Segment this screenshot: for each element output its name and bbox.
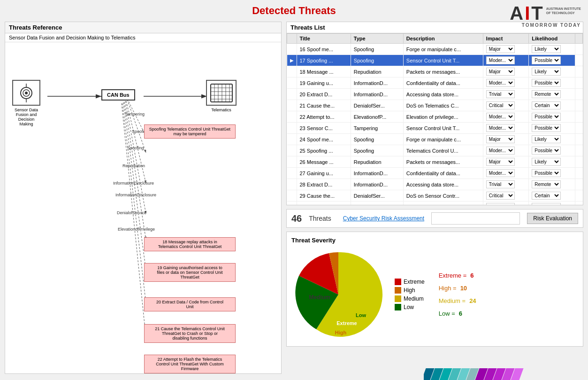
likelihood-select[interactable]: Likely Remote Unlikely Possible Likely C… bbox=[532, 45, 561, 53]
row-impact[interactable]: Moder... Trivial Minor Moder... Major Cr… bbox=[483, 168, 528, 179]
row-likelihood[interactable]: Possible Remote Unlikely Possible Likely… bbox=[529, 123, 575, 134]
sensor-node: Sensor DataFusion andDecisionMaking bbox=[12, 80, 40, 126]
repudiation-label: Repudiation bbox=[122, 163, 145, 168]
row-likelihood[interactable]: Possible Remote Unlikely Possible Likely… bbox=[529, 202, 575, 205]
impact-select[interactable]: Major Trivial Minor Moder... Major Criti… bbox=[486, 135, 515, 143]
table-row[interactable]: 19 Gaining u... InformationD... Confiden… bbox=[287, 78, 583, 89]
stat-medium-label: Medium = bbox=[439, 297, 466, 304]
row-description: Elevation of privilege... bbox=[403, 111, 483, 123]
impact-select[interactable]: Moder... Trivial Minor Moder... Major Cr… bbox=[486, 169, 515, 177]
table-row[interactable]: 30 Attempt to... ElevationofP... Elevati… bbox=[287, 202, 583, 205]
impact-select[interactable]: Trivial Trivial Minor Moder... Major Cri… bbox=[486, 180, 515, 188]
row-likelihood[interactable]: Remote Remote Unlikely Possible Likely C… bbox=[529, 89, 575, 100]
likelihood-select[interactable]: Possible Remote Unlikely Possible Likely… bbox=[532, 113, 561, 121]
row-impact[interactable]: Moder... Trivial Minor Moder... Major Cr… bbox=[483, 111, 528, 123]
row-likelihood[interactable]: Remote Remote Unlikely Possible Likely C… bbox=[529, 179, 575, 190]
row-likelihood[interactable]: Certain Remote Unlikely Possible Likely … bbox=[529, 190, 575, 202]
impact-select[interactable]: Moder... Trivial Minor Moder... Major Cr… bbox=[486, 113, 515, 121]
impact-select[interactable]: Moder... Trivial Minor Moder... Major Cr… bbox=[486, 203, 515, 205]
row-title: 21 Cause the... bbox=[297, 100, 351, 111]
table-row[interactable]: 27 Gaining u... InformationD... Confiden… bbox=[287, 168, 583, 179]
row-likelihood[interactable]: Likely Remote Unlikely Possible Likely C… bbox=[529, 44, 575, 55]
row-impact[interactable]: Critical Trivial Minor Moder... Major Cr… bbox=[483, 190, 528, 202]
table-row[interactable]: 29 Cause the... DenialofSer... DoS on Se… bbox=[287, 190, 583, 202]
impact-select[interactable]: Moder... Trivial Minor Moder... Major Cr… bbox=[486, 147, 515, 155]
likelihood-select[interactable]: Likely Remote Unlikely Possible Likely C… bbox=[532, 68, 561, 76]
table-row[interactable]: 26 Message ... Repudiation Packets or me… bbox=[287, 156, 583, 168]
row-impact[interactable]: Moder... Trivial Minor Moder... Major Cr… bbox=[483, 123, 528, 134]
row-impact[interactable]: Critical Trivial Minor Moder... Major Cr… bbox=[483, 100, 528, 111]
table-row[interactable]: 20 Extract D... InformationD... Accessin… bbox=[287, 89, 583, 100]
impact-select[interactable]: Critical Trivial Minor Moder... Major Cr… bbox=[486, 101, 515, 109]
svg-line-16 bbox=[122, 103, 146, 337]
likelihood-select[interactable]: Possible Remote Unlikely Possible Likely… bbox=[532, 147, 561, 155]
svg-point-2 bbox=[25, 92, 28, 94]
legend-medium-dot bbox=[395, 295, 401, 302]
likelihood-select[interactable]: Certain Remote Unlikely Possible Likely … bbox=[532, 192, 561, 200]
table-row[interactable]: 16 Spoof me... Spoofing Forge or manipul… bbox=[287, 44, 583, 55]
likelihood-select[interactable]: Certain Remote Unlikely Possible Likely … bbox=[532, 101, 561, 109]
row-impact[interactable]: Major Trivial Minor Moder... Major Criti… bbox=[483, 66, 528, 78]
likelihood-select[interactable]: Possible Remote Unlikely Possible Likely… bbox=[532, 124, 561, 132]
likelihood-select[interactable]: Remote Remote Unlikely Possible Likely C… bbox=[532, 90, 561, 98]
row-type: ElevationofP... bbox=[351, 202, 403, 205]
row-indicator bbox=[287, 66, 297, 78]
row-likelihood[interactable]: Possible Remote Unlikely Possible Likely… bbox=[529, 111, 575, 123]
stat-medium-row: Medium = 24 bbox=[439, 297, 476, 304]
row-impact[interactable]: Major Trivial Minor Moder... Major Criti… bbox=[483, 44, 528, 55]
diagram-area: Sensor DataFusion andDecisionMaking bbox=[5, 42, 281, 373]
row-likelihood[interactable]: Possible Remote Unlikely Possible Likely… bbox=[529, 145, 575, 156]
row-impact[interactable]: Major Trivial Minor Moder... Major Criti… bbox=[483, 134, 528, 145]
threats-table-wrapper[interactable]: Title Type Description Impact Likelihood… bbox=[287, 33, 583, 205]
table-row[interactable]: 24 Spoof me... Spoofing Forge or manipul… bbox=[287, 134, 583, 145]
row-impact[interactable]: Moder... Trivial Minor Moder... Major Cr… bbox=[483, 145, 528, 156]
risk-evaluation-button[interactable]: Risk Evaluation bbox=[527, 213, 578, 224]
table-row[interactable]: 18 Message ... Repudiation Packets or me… bbox=[287, 66, 583, 78]
impact-select[interactable]: Major Trivial Minor Moder... Major Criti… bbox=[486, 158, 515, 166]
table-row[interactable]: 22 Attempt to... ElevationofP... Elevati… bbox=[287, 111, 583, 123]
cyber-link[interactable]: Cyber Security Risk Assessment bbox=[343, 215, 424, 222]
likelihood-select[interactable]: Likely Remote Unlikely Possible Likely C… bbox=[532, 135, 561, 143]
impact-select[interactable]: Moder... Trivial Minor Moder... Major Cr… bbox=[486, 56, 515, 64]
impact-select[interactable]: Major Trivial Minor Moder... Major Criti… bbox=[486, 68, 515, 76]
table-row[interactable]: 21 Cause the... DenialofSer... DoS on Te… bbox=[287, 100, 583, 111]
row-description: Confidentiality of data... bbox=[403, 168, 483, 179]
impact-select[interactable]: Trivial Trivial Minor Moder... Major Cri… bbox=[486, 90, 515, 98]
row-likelihood[interactable]: Likely Remote Unlikely Possible Likely C… bbox=[529, 156, 575, 168]
row-indicator bbox=[287, 100, 297, 111]
row-likelihood[interactable]: Possible Remote Unlikely Possible Likely… bbox=[529, 168, 575, 179]
row-impact[interactable]: Trivial Trivial Minor Moder... Major Cri… bbox=[483, 89, 528, 100]
row-indicator bbox=[287, 123, 297, 134]
row-likelihood[interactable]: Likely Remote Unlikely Possible Likely C… bbox=[529, 134, 575, 145]
row-title: 18 Message ... bbox=[297, 66, 351, 78]
table-row[interactable]: 23 Sensor C... Tampering Sensor Control … bbox=[287, 123, 583, 134]
row-likelihood[interactable]: Possible Remote Unlikely Possible Likely… bbox=[529, 78, 575, 89]
stat-low-label: Low = bbox=[439, 310, 455, 317]
likelihood-select[interactable]: Possible Remote Unlikely Possible Likely… bbox=[532, 79, 561, 87]
row-impact[interactable]: Trivial Trivial Minor Moder... Major Cri… bbox=[483, 179, 528, 190]
table-row[interactable]: 25 Spoofing ... Spoofing Telematics Cont… bbox=[287, 145, 583, 156]
search-input[interactable] bbox=[431, 212, 520, 225]
threats-table: Title Type Description Impact Likelihood… bbox=[287, 33, 583, 205]
row-impact[interactable]: Moder... Trivial Minor Moder... Major Cr… bbox=[483, 202, 528, 205]
impact-select[interactable]: Major Trivial Minor Moder... Major Criti… bbox=[486, 45, 515, 53]
impact-select[interactable]: Moder... Trivial Minor Moder... Major Cr… bbox=[486, 79, 515, 87]
table-row[interactable]: 28 Extract D... InformationD... Accessin… bbox=[287, 179, 583, 190]
row-likelihood[interactable]: Possible Remote Unlikely Possible Likely… bbox=[529, 55, 575, 66]
row-title: 17 Spoofing ... bbox=[297, 55, 351, 66]
likelihood-select[interactable]: Possible Remote Unlikely Possible Likely… bbox=[532, 169, 561, 177]
row-title: 27 Gaining u... bbox=[297, 168, 351, 179]
likelihood-select[interactable]: Likely Remote Unlikely Possible Likely C… bbox=[532, 158, 561, 166]
legend-low: Low bbox=[395, 304, 425, 310]
row-impact[interactable]: Moder... Trivial Minor Moder... Major Cr… bbox=[483, 78, 528, 89]
row-impact[interactable]: Moder... Trivial Minor Moder... Major Cr… bbox=[483, 55, 528, 66]
likelihood-select[interactable]: Possible Remote Unlikely Possible Likely… bbox=[532, 203, 561, 205]
row-likelihood[interactable]: Likely Remote Unlikely Possible Likely C… bbox=[529, 66, 575, 78]
impact-select[interactable]: Moder... Trivial Minor Moder... Major Cr… bbox=[486, 124, 515, 132]
row-likelihood[interactable]: Certain Remote Unlikely Possible Likely … bbox=[529, 100, 575, 111]
likelihood-select[interactable]: Possible Remote Unlikely Possible Likely… bbox=[532, 56, 561, 64]
row-impact[interactable]: Major Trivial Minor Moder... Major Criti… bbox=[483, 156, 528, 168]
impact-select[interactable]: Critical Trivial Minor Moder... Major Cr… bbox=[486, 192, 515, 200]
table-row[interactable]: ▶ 17 Spoofing ... Spoofing Sensor Contro… bbox=[287, 55, 583, 66]
likelihood-select[interactable]: Remote Remote Unlikely Possible Likely C… bbox=[532, 180, 561, 188]
